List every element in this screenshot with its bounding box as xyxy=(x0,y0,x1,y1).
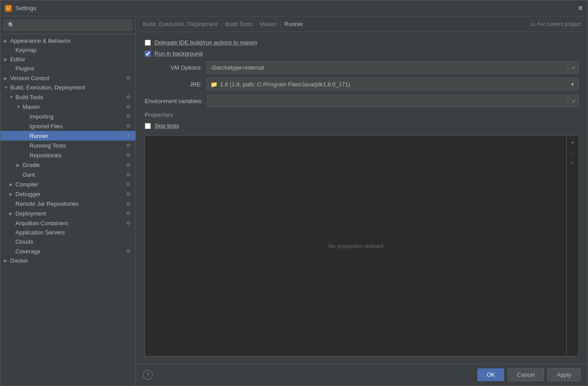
sidebar-item-repositories[interactable]: Repositories ⚙ xyxy=(0,150,135,160)
sidebar-item-ignored-files[interactable]: Ignored Files ⚙ xyxy=(0,121,135,131)
arrow-icon: ▶ xyxy=(4,258,10,263)
sidebar-item-keymap[interactable]: Keymap xyxy=(0,45,135,55)
sidebar-item-plugins[interactable]: Plugins xyxy=(0,64,135,73)
sidebar: ▶ Appearance & Behavior Keymap ▶ Editor … xyxy=(0,16,136,386)
search-input[interactable] xyxy=(4,20,132,30)
main-content: ▶ Appearance & Behavior Keymap ▶ Editor … xyxy=(0,16,588,386)
sidebar-item-compiler[interactable]: ▶ Compiler ⚙ xyxy=(0,179,135,189)
sidebar-item-arquillian[interactable]: Arquillian Containers ⚙ xyxy=(0,218,135,228)
sidebar-item-runner[interactable]: Runner ⚙ xyxy=(0,131,135,141)
sidebar-item-label: Repositories xyxy=(30,152,125,159)
sidebar-item-remote-jar[interactable]: Remote Jar Repositories ⚙ xyxy=(0,199,135,208)
cancel-button[interactable]: Cancel xyxy=(508,368,544,381)
breadcrumb-maven[interactable]: Maven xyxy=(260,21,277,27)
arrow-icon: ▼ xyxy=(9,95,15,100)
bottom-bar: ? OK Cancel Apply xyxy=(136,364,588,386)
sidebar-item-appearance-behavior[interactable]: ▶ Appearance & Behavior xyxy=(0,36,135,45)
sidebar-item-application-servers[interactable]: Application Servers xyxy=(0,228,135,237)
properties-area: No properties defined + − ✎ xyxy=(145,135,579,356)
sidebar-item-docker[interactable]: ▶ Docker xyxy=(0,256,135,265)
breadcrumb-build-execution[interactable]: Build, Execution, Deployment xyxy=(143,21,218,27)
vm-options-field-container: ⤢ xyxy=(206,61,579,74)
jre-select[interactable]: 📁 1.8 (1.8, path: C:/Program Files/Java/… xyxy=(206,78,579,90)
sidebar-item-coverage[interactable]: Coverage ⚙ xyxy=(0,246,135,256)
delegate-checkbox[interactable] xyxy=(145,40,151,46)
add-property-button[interactable]: + xyxy=(568,137,577,147)
sidebar-item-label: Build, Execution, Deployment xyxy=(10,84,132,91)
sidebar-item-label: Build Tools xyxy=(15,94,125,100)
properties-section: Properties xyxy=(145,111,579,118)
settings-icon: ⚙ xyxy=(125,142,132,149)
sidebar-item-build-tools[interactable]: ▼ Build Tools ⚙ xyxy=(0,92,135,102)
settings-icon: ⚙ xyxy=(125,190,132,197)
settings-icon: ⚙ xyxy=(125,122,132,130)
apply-button[interactable]: Apply xyxy=(547,368,581,381)
sidebar-item-version-control[interactable]: ▶ Version Control ⚙ xyxy=(0,73,135,83)
breadcrumb-build-tools[interactable]: Build Tools xyxy=(225,21,253,27)
arrow-icon: ▼ xyxy=(16,104,22,109)
window-title: Settings xyxy=(15,5,36,11)
env-vars-expand-button[interactable]: ⤢ xyxy=(568,95,579,107)
skip-tests-row: Skip tests xyxy=(145,122,579,129)
env-vars-label: Environment variables: xyxy=(145,98,203,104)
title-bar-left: IJ Settings xyxy=(5,5,36,12)
settings-icon: ⚙ xyxy=(125,248,132,255)
app-icon: IJ xyxy=(5,5,12,12)
sidebar-item-label: Keymap xyxy=(15,47,132,53)
sidebar-item-gradle[interactable]: ▶ Gradle ⚙ xyxy=(0,160,135,170)
edit-property-button[interactable]: ✎ xyxy=(568,159,577,168)
breadcrumb-separator-3: › xyxy=(280,21,281,27)
delegate-checkbox-row: Delegate IDE build/run actions to maven xyxy=(145,39,579,46)
bottom-buttons: OK Cancel Apply xyxy=(477,368,581,381)
settings-icon: ⚙ xyxy=(125,161,132,168)
breadcrumb-runner: Runner xyxy=(285,21,303,27)
breadcrumb-separator-2: › xyxy=(255,21,257,27)
sidebar-item-label: Coverage xyxy=(15,248,125,255)
sidebar-item-editor[interactable]: ▶ Editor xyxy=(0,55,135,64)
sidebar-item-importing[interactable]: Importing ⚙ xyxy=(0,111,135,121)
arrow-icon: ▶ xyxy=(9,211,15,216)
sidebar-item-label: Debugger xyxy=(15,191,125,197)
background-checkbox[interactable] xyxy=(145,51,151,57)
settings-area: Delegate IDE build/run actions to maven … xyxy=(136,32,588,364)
vm-options-input[interactable] xyxy=(206,61,568,74)
settings-icon: ⚙ xyxy=(125,93,132,100)
sidebar-item-debugger[interactable]: ▶ Debugger ⚙ xyxy=(0,189,135,199)
jre-dropdown-arrow: ▼ xyxy=(570,82,575,87)
vm-options-expand-button[interactable]: ⤢ xyxy=(568,61,579,74)
sidebar-item-running-tests[interactable]: Running Tests ⚙ xyxy=(0,141,135,150)
title-bar: IJ Settings ✕ xyxy=(0,0,588,16)
jre-label: JRE: xyxy=(145,81,202,88)
ok-button[interactable]: OK xyxy=(477,368,504,381)
arrow-icon: ▶ xyxy=(16,163,22,167)
arrow-icon: ▶ xyxy=(4,57,10,62)
close-button[interactable]: ✕ xyxy=(577,5,583,12)
sidebar-item-maven[interactable]: ▼ Maven ⚙ xyxy=(0,102,135,111)
properties-toolbar: + − ✎ xyxy=(566,136,578,356)
env-vars-input[interactable] xyxy=(207,95,568,107)
sidebar-item-label: Version Control xyxy=(10,75,125,82)
sidebar-item-gant[interactable]: Gant ⚙ xyxy=(0,170,135,179)
skip-tests-checkbox[interactable] xyxy=(145,123,151,129)
sidebar-item-deployment[interactable]: ▶ Deployment ⚙ xyxy=(0,208,135,218)
jre-row: JRE: 📁 1.8 (1.8, path: C:/Program Files/… xyxy=(145,78,579,90)
properties-label: Properties xyxy=(145,112,173,118)
sidebar-item-build-execution[interactable]: ▼ Build, Execution, Deployment xyxy=(0,83,135,92)
sidebar-item-clouds[interactable]: Clouds xyxy=(0,237,135,246)
sidebar-item-label: Arquillian Containers xyxy=(15,220,125,226)
sidebar-item-label: Clouds xyxy=(15,238,132,245)
arrow-icon: ▶ xyxy=(4,76,10,81)
settings-icon: ⚙ xyxy=(125,132,132,139)
background-checkbox-row: Run in background xyxy=(145,50,579,57)
sidebar-item-label: Gant xyxy=(22,171,125,178)
search-box xyxy=(0,16,135,34)
help-button[interactable]: ? xyxy=(143,370,153,380)
arrow-icon: ▶ xyxy=(4,38,10,43)
sidebar-item-label: Maven xyxy=(22,104,125,110)
settings-icon: ⚙ xyxy=(125,171,132,178)
sidebar-item-label: Running Tests xyxy=(30,142,125,149)
sidebar-item-label: Docker xyxy=(10,257,132,264)
settings-icon: ⚙ xyxy=(125,152,132,159)
remove-property-button[interactable]: − xyxy=(568,148,577,158)
arrow-icon: ▶ xyxy=(9,182,15,187)
